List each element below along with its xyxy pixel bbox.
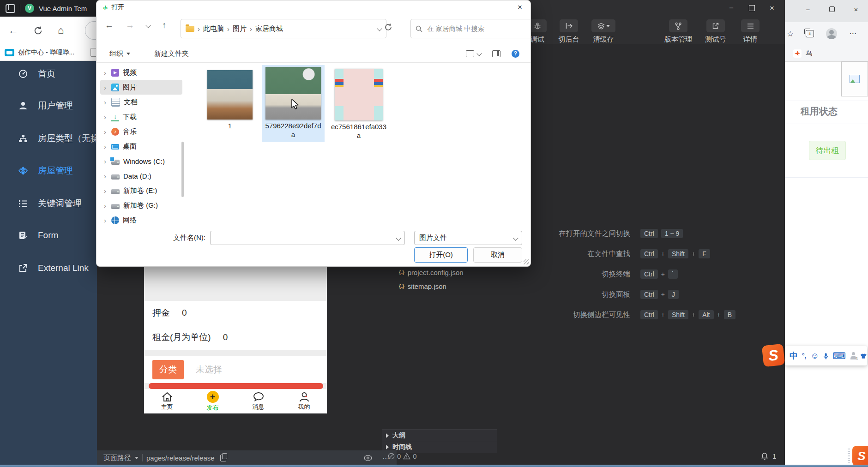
open-button[interactable]: 打开(O) (414, 247, 468, 263)
toolbar-version-button[interactable]: 版本管理 (662, 19, 694, 44)
nav-music[interactable]: ›♪音乐 (100, 124, 182, 139)
category-button[interactable]: 分类 (152, 360, 184, 379)
nav-downloads[interactable]: ›↓下载 (100, 109, 182, 124)
filename-combo[interactable] (210, 231, 405, 245)
bookmark-bilibili[interactable]: 创作中心 - 哔哩哔... (18, 48, 74, 57)
breadcrumb-current-folder[interactable]: 家居商城 (255, 24, 283, 33)
search-input[interactable] (426, 24, 511, 33)
home-icon[interactable]: ⌂ (58, 25, 64, 36)
filename-input[interactable] (211, 231, 397, 245)
keyboard-icon[interactable]: ⌨ (832, 351, 846, 360)
toolbar-clear-cache-button[interactable]: 清缓存 (587, 19, 620, 44)
nav-documents[interactable]: ›文档 (100, 95, 182, 109)
nav-desktop[interactable]: ›桌面 (100, 139, 182, 154)
close-icon[interactable]: × (762, 1, 782, 15)
maximize-icon[interactable] (741, 1, 762, 15)
list-icon (18, 199, 28, 208)
toolbar-background-button[interactable]: 切后台 (553, 19, 585, 44)
search-box[interactable] (410, 19, 531, 38)
address-breadcrumb-bar[interactable]: › 此电脑 › 图片 › 家居商城 (181, 19, 386, 38)
refresh-icon (384, 23, 393, 32)
browser-tab-title[interactable]: Vue Admin Tem (39, 5, 87, 12)
file-item-3[interactable]: ec7561861efa033a (330, 67, 387, 140)
emoji-icon[interactable]: ☺ (811, 352, 819, 360)
login-person-icon[interactable]: 21 (850, 352, 856, 359)
submit-bar[interactable] (149, 383, 323, 389)
resize-grip[interactable] (524, 259, 529, 264)
change-view-button[interactable] (466, 50, 481, 57)
sogou-logo[interactable]: S (762, 344, 785, 367)
new-folder-button[interactable]: 新建文件夹 (154, 49, 189, 58)
favorites-icon[interactable]: ☆ (787, 30, 794, 38)
preview-pane-button[interactable] (492, 50, 500, 57)
chat-bubble-icon (253, 392, 264, 402)
eye-icon[interactable] (364, 455, 372, 461)
caret-down-icon[interactable] (396, 235, 401, 240)
page-path-label[interactable]: 页面路径 (103, 454, 131, 462)
tab-home[interactable]: 主页 (144, 389, 190, 413)
deposit-row[interactable]: 押金 0 (144, 301, 327, 325)
minimize-icon[interactable]: − (721, 1, 741, 15)
up-icon[interactable]: ↑ (162, 21, 167, 30)
filetype-combo[interactable]: 图片文件 (414, 231, 522, 245)
cancel-button[interactable]: 取消 (473, 247, 522, 263)
warning-icon (403, 453, 410, 460)
status-badge: 待出租 (809, 141, 846, 160)
nav-videos[interactable]: ›▶视频 (100, 65, 182, 80)
file-project-config[interactable]: {..} project.config.json (382, 266, 510, 279)
nav-pictures[interactable]: ›图片 (100, 80, 182, 95)
divider (142, 454, 143, 461)
nav-drive-e[interactable]: ›新加卷 (E:) (100, 183, 182, 198)
rent-row[interactable]: 租金(月为单位) 0 (144, 324, 327, 350)
minimize-icon[interactable]: − (796, 0, 820, 18)
restore-icon[interactable] (820, 0, 844, 18)
nav-drive-c[interactable]: ›Windows (C:) (100, 154, 182, 168)
rental-status-header: 租用状态 (785, 105, 853, 118)
refresh-button[interactable] (384, 23, 393, 34)
collections-icon[interactable]: + (806, 30, 814, 37)
sogou-corner-logo[interactable]: S (852, 446, 868, 466)
toolbar-test-account-button[interactable]: 测试号 (699, 19, 732, 44)
tab-mine[interactable]: 我的 (281, 389, 327, 413)
copy-icon[interactable] (220, 455, 226, 461)
caret-down-icon[interactable] (135, 457, 139, 459)
organize-menu[interactable]: 组织 (109, 49, 130, 58)
microphone-icon[interactable] (823, 352, 828, 360)
tab-publish[interactable]: + 发布 (190, 389, 235, 413)
more-icon[interactable]: ⋯ (849, 30, 857, 37)
file-item-1[interactable]: 1 (200, 68, 260, 131)
bookmark-bird[interactable]: 鸟 (806, 49, 812, 58)
refresh-icon[interactable] (33, 26, 43, 36)
nav-drive-d[interactable]: ›Data (D:) (100, 168, 182, 183)
breadcrumb-this-pc[interactable]: 此电脑 (203, 24, 224, 33)
punctuation-toggle[interactable]: °, (802, 353, 807, 359)
outline-section[interactable]: 大纲 (382, 429, 497, 441)
skin-tshirt-icon[interactable] (860, 353, 867, 359)
nav-network[interactable]: ›网络 (100, 213, 182, 225)
help-button[interactable]: ? (512, 50, 519, 58)
close-icon[interactable]: × (844, 0, 868, 18)
caret-down-icon[interactable] (513, 235, 518, 240)
problems-counter[interactable]: 0 0 (388, 452, 417, 460)
timeline-section[interactable]: 时间线 (382, 441, 497, 453)
input-mode-chinese[interactable]: 中 (790, 352, 798, 360)
notification-bell[interactable]: 1 (761, 452, 776, 460)
back-icon[interactable]: ← (8, 25, 18, 36)
tab-messages[interactable]: 消息 (235, 389, 281, 413)
breadcrumb-pictures[interactable]: 图片 (233, 24, 247, 33)
drag-handle[interactable] (848, 449, 850, 464)
rent-value: 0 (223, 332, 228, 342)
nav-scrollbar[interactable] (181, 142, 184, 197)
videos-icon: ▶ (111, 69, 119, 77)
nav-drive-g[interactable]: ›新加卷 (G:) (100, 198, 182, 213)
profile-avatar[interactable] (826, 28, 837, 39)
browser-bookmarks-bar: 创作中心 - 哔哩哔... (0, 44, 97, 61)
back-icon[interactable]: ← (105, 21, 114, 30)
dialog-close-button[interactable]: × (509, 0, 530, 14)
toolbar-details-button[interactable]: 详情 (734, 19, 766, 44)
deposit-value: 0 (182, 308, 187, 318)
file-sitemap[interactable]: {..} sitemap.json (382, 280, 510, 293)
history-caret-icon[interactable] (145, 23, 151, 28)
address-caret-icon[interactable] (377, 26, 382, 31)
tab-workspaces-icon[interactable] (6, 4, 15, 13)
